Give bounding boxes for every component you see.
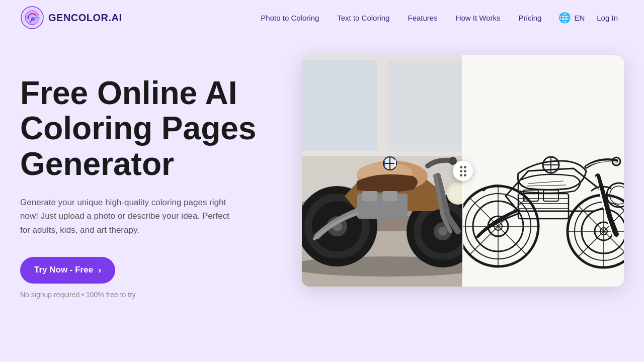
- language-selector[interactable]: 🌐 EN: [558, 12, 585, 24]
- nav-features[interactable]: Features: [400, 10, 444, 26]
- header-right: 🌐 EN Log In: [558, 10, 624, 26]
- svg-point-2: [27, 17, 29, 19]
- svg-rect-26: [362, 191, 377, 201]
- hero-title: Free Online AI Coloring Pages Generator: [20, 75, 282, 182]
- logo-icon: [20, 6, 44, 30]
- svg-point-4: [32, 13, 34, 15]
- drag-dots-icon: [459, 165, 467, 177]
- svg-rect-9: [302, 60, 377, 151]
- svg-point-6: [36, 17, 38, 19]
- svg-point-3: [29, 14, 31, 16]
- header: GENCOLOR.AI Photo to Coloring Text to Co…: [0, 0, 644, 35]
- cta-chevron-icon: ›: [98, 265, 101, 276]
- main-nav: Photo to Coloring Text to Coloring Featu…: [254, 10, 548, 26]
- brand-name: GENCOLOR.AI: [48, 12, 122, 24]
- svg-rect-10: [387, 60, 463, 151]
- svg-point-33: [302, 256, 463, 277]
- image-comparison: gencolor.ai: [302, 55, 624, 287]
- cta-button[interactable]: Try Now - Free ›: [20, 257, 115, 284]
- nav-pricing[interactable]: Pricing: [512, 10, 549, 26]
- coloring-half: gencolor.ai: [463, 55, 624, 287]
- svg-point-22: [438, 227, 447, 236]
- logo-link[interactable]: GENCOLOR.AI: [20, 6, 122, 30]
- nav-text-to-coloring[interactable]: Text to Coloring: [330, 10, 396, 26]
- svg-rect-27: [382, 191, 397, 201]
- lang-label: EN: [574, 14, 585, 22]
- svg-rect-34: [463, 55, 624, 287]
- svg-point-5: [35, 14, 37, 16]
- photo-half: [302, 55, 463, 287]
- cta-subtitle: No signup required • 100% free to try: [20, 291, 282, 299]
- nav-photo-to-coloring[interactable]: Photo to Coloring: [254, 10, 326, 26]
- hero-section: Free Online AI Coloring Pages Generator …: [0, 35, 644, 362]
- nav-how-it-works[interactable]: How It Works: [449, 10, 508, 26]
- hero-description: Generate your unique high-quality colori…: [20, 196, 242, 237]
- login-button[interactable]: Log In: [591, 10, 624, 26]
- lang-flag-icon: 🌐: [558, 12, 571, 24]
- comparison-drag-handle[interactable]: [453, 161, 473, 181]
- hero-content: Free Online AI Coloring Pages Generator …: [20, 55, 282, 299]
- hero-image-area: gencolor.ai: [302, 55, 624, 287]
- cta-label: Try Now - Free: [34, 265, 93, 275]
